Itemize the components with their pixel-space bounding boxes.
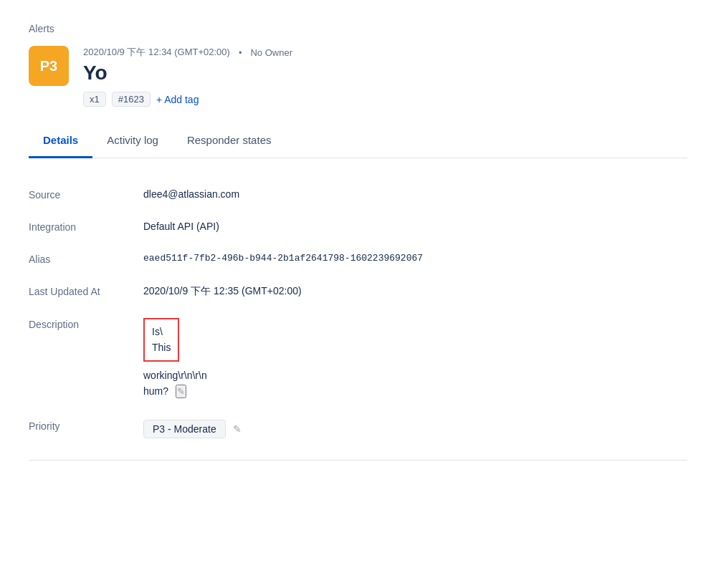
priority-label: Priority xyxy=(29,420,143,432)
description-highlighted-box: Is\ This xyxy=(143,318,179,362)
owner-label: No Owner xyxy=(250,47,292,58)
tab-details[interactable]: Details xyxy=(29,124,92,158)
priority-value-container: P3 - Moderate ✎ xyxy=(143,420,687,438)
description-rest-line1: working\r\n\r\n xyxy=(143,367,687,383)
header-meta: 2020/10/9 下午 12:34 (GMT+02:00) • No Owne… xyxy=(83,46,687,59)
description-edit-button[interactable]: ✎ xyxy=(176,385,186,398)
priority-row: Priority P3 - Moderate ✎ xyxy=(29,410,687,448)
last-updated-label: Last Updated At xyxy=(29,285,143,297)
priority-edit-button[interactable]: ✎ xyxy=(233,423,242,435)
page-container: Alerts P3 2020/10/9 下午 12:34 (GMT+02:00)… xyxy=(0,0,716,483)
description-row: Description Is\ This working\r\n\r\n hum… xyxy=(29,308,687,410)
alias-row: Alias eaed511f-7fb2-496b-b944-2b1af26417… xyxy=(29,243,687,275)
description-line2: This xyxy=(152,342,171,353)
details-table: Source dlee4@atlassian.com Integration D… xyxy=(29,178,687,448)
alert-title: Yo xyxy=(83,62,687,85)
alert-id-badge: #1623 xyxy=(112,92,151,107)
alias-value: eaed511f-7fb2-496b-b944-2b1af2641798-160… xyxy=(143,253,687,264)
tag-row: x1 #1623 + Add tag xyxy=(83,92,687,107)
description-value: Is\ This working\r\n\r\n hum? ✎ xyxy=(143,318,687,400)
priority-value-row: P3 - Moderate ✎ xyxy=(143,420,687,438)
source-label: Source xyxy=(29,188,143,201)
last-updated-row: Last Updated At 2020/10/9 下午 12:35 (GMT+… xyxy=(29,275,687,308)
description-rest-text: working\r\n\r\n hum? ✎ xyxy=(143,367,687,400)
integration-value: Default API (API) xyxy=(143,221,687,232)
tab-activity-log[interactable]: Activity log xyxy=(92,124,173,158)
add-tag-button[interactable]: + Add tag xyxy=(156,94,199,105)
breadcrumb: Alerts xyxy=(29,23,687,34)
alias-label: Alias xyxy=(29,253,143,265)
integration-label: Integration xyxy=(29,221,143,233)
description-line1: Is\ xyxy=(152,326,163,337)
priority-tag: P3 - Moderate xyxy=(143,420,226,438)
source-row: Source dlee4@atlassian.com xyxy=(29,178,687,211)
last-updated-value: 2020/10/9 下午 12:35 (GMT+02:00) xyxy=(143,285,687,298)
integration-row: Integration Default API (API) xyxy=(29,211,687,243)
tab-responder-states[interactable]: Responder states xyxy=(173,124,286,158)
description-label: Description xyxy=(29,318,143,330)
header-content: 2020/10/9 下午 12:34 (GMT+02:00) • No Owne… xyxy=(83,46,687,107)
description-hum: hum? xyxy=(143,385,168,397)
tabs-container: Details Activity log Responder states xyxy=(29,124,687,158)
source-value: dlee4@atlassian.com xyxy=(143,188,687,200)
bottom-divider xyxy=(29,460,687,461)
header-section: P3 2020/10/9 下午 12:34 (GMT+02:00) • No O… xyxy=(29,46,687,107)
description-rest-line2: hum? ✎ xyxy=(143,383,687,399)
priority-badge: P3 xyxy=(29,46,69,86)
timestamp: 2020/10/9 下午 12:34 (GMT+02:00) xyxy=(83,46,230,59)
tag-count-badge: x1 xyxy=(83,92,106,107)
separator-dot: • xyxy=(239,47,242,58)
